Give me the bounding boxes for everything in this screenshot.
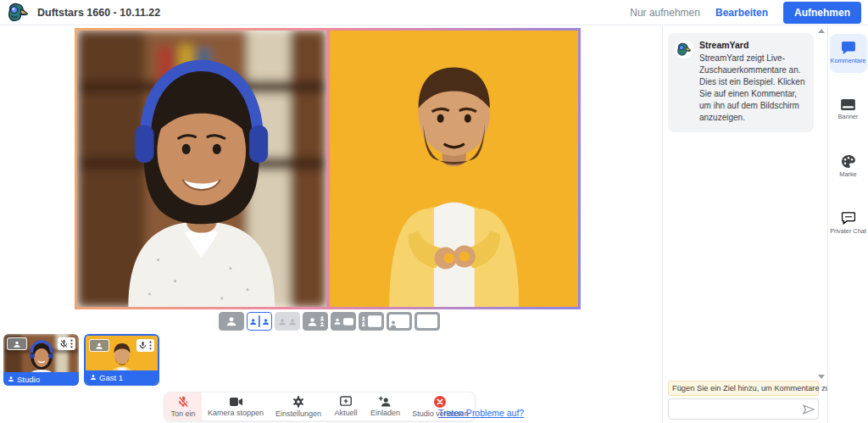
top-bar: Duftstars 1660 - 10.11.22 Nur aufnehmen … <box>0 0 868 25</box>
layout-pip-button[interactable] <box>387 312 412 331</box>
studio-title: Duftstars 1660 - 10.11.22 <box>37 7 160 19</box>
comment-item[interactable]: StreamYard StreamYard zeigt Live-Zuschau… <box>668 33 814 132</box>
mute-toggle-button[interactable]: Ton ein <box>164 392 202 420</box>
record-button[interactable]: Aufnehmen <box>783 2 861 24</box>
layout-picker <box>219 312 440 331</box>
invite-label: Einladen <box>370 409 400 417</box>
record-only-label: Nur aufnehmen <box>630 7 700 19</box>
comment-author: StreamYard <box>699 40 807 50</box>
layout-screen-only-button[interactable] <box>415 312 440 331</box>
layout-sidebar-screen-button[interactable] <box>359 312 384 331</box>
thumbnail-guest[interactable]: Gast 1 <box>84 334 159 386</box>
comments-scrollbar[interactable] <box>818 29 826 379</box>
send-arrow-icon <box>803 404 815 415</box>
person-icon <box>90 374 97 381</box>
edit-link[interactable]: Bearbeiten <box>715 7 768 19</box>
help-link[interactable]: Treten Probleme auf? <box>438 408 524 418</box>
studio-video-feed <box>77 31 326 307</box>
tab-banner[interactable]: Banner <box>830 92 867 129</box>
destination-notice: Fügen Sie ein Ziel hinzu, um Kommentare … <box>668 381 819 396</box>
tab-brand-label: Marke <box>839 171 856 179</box>
tab-banner-label: Banner <box>838 114 859 121</box>
thumb-label: Gast 1 <box>99 373 123 382</box>
layout-split-two-button[interactable] <box>247 312 272 331</box>
present-label: Aktuell <box>335 409 358 417</box>
scroll-up-icon[interactable] <box>818 29 825 33</box>
palette-icon <box>842 155 855 168</box>
private-chat-icon <box>842 212 855 225</box>
tab-comments[interactable]: Kommentare <box>830 34 867 73</box>
guest-video-feed <box>330 31 579 307</box>
guest-thumb-name: Gast 1 <box>86 370 158 384</box>
person-icon <box>13 340 21 348</box>
layout-speaker-sidebar-button[interactable] <box>303 312 328 331</box>
tab-private-chat-label: Privater Chat <box>830 228 866 236</box>
present-screen-icon <box>340 396 352 407</box>
duck-logo-icon <box>7 3 29 23</box>
mute-label: Ton ein <box>170 409 195 418</box>
duck-avatar-icon <box>676 42 692 57</box>
layout-solo-button[interactable] <box>219 312 244 331</box>
settings-button[interactable]: Einstellungen <box>270 392 327 420</box>
studio-thumb-controls <box>58 337 75 350</box>
comment-input-row <box>668 398 819 420</box>
comment-text: StreamYard zeigt Live-Zuschauerkommentar… <box>699 53 807 124</box>
add-to-stage-button[interactable] <box>7 337 27 350</box>
kebab-menu-icon[interactable] <box>70 339 73 348</box>
scroll-down-icon[interactable] <box>818 375 825 379</box>
present-button[interactable]: Aktuell <box>327 392 364 420</box>
stage-video-guest[interactable] <box>330 31 579 307</box>
kebab-menu-icon[interactable] <box>149 341 152 350</box>
tab-comments-label: Kommentare <box>831 58 866 65</box>
comment-bubble-icon <box>842 42 855 54</box>
stage <box>75 28 581 309</box>
stop-camera-button[interactable]: Kamera stoppen <box>202 392 270 420</box>
guest-thumb-controls <box>136 339 154 352</box>
person-icon <box>8 376 14 382</box>
layout-person-screen-button[interactable] <box>331 312 356 331</box>
mic-off-icon[interactable] <box>60 339 68 348</box>
tab-brand[interactable]: Marke <box>830 147 867 186</box>
gear-icon <box>292 396 304 408</box>
studio-person <box>128 65 275 307</box>
send-comment-button[interactable] <box>799 399 818 419</box>
settings-label: Einstellungen <box>275 409 321 418</box>
stop-camera-label: Kamera stoppen <box>208 409 264 417</box>
layout-two-small-button[interactable] <box>275 312 300 331</box>
thumbnail-studio[interactable]: Studio <box>3 334 79 386</box>
person-icon <box>95 342 103 350</box>
comments-panel: StreamYard StreamYard zeigt Live-Zuschau… <box>662 25 827 423</box>
mic-icon[interactable] <box>139 341 147 350</box>
add-to-stage-button[interactable] <box>89 339 109 352</box>
leave-studio-icon <box>434 396 446 408</box>
mic-off-icon <box>178 396 189 408</box>
invite-button[interactable]: Einladen <box>364 392 406 420</box>
studio-thumb-name: Studio <box>3 372 79 386</box>
tab-private-chat[interactable]: Privater Chat <box>830 204 867 243</box>
thumb-label: Studio <box>17 375 40 384</box>
camera-icon <box>230 397 242 407</box>
banner-icon <box>841 99 855 110</box>
control-toolbar: Ton ein Kamera stoppen Einstellungen Akt… <box>164 392 476 421</box>
comment-body: StreamYard StreamYard zeigt Live-Zuschau… <box>699 40 807 124</box>
stage-video-studio[interactable] <box>77 31 326 307</box>
invite-person-icon <box>379 396 392 407</box>
avatar <box>675 40 693 58</box>
sidebar-tab-rail: Kommentare Banner Marke Privater Chat <box>827 25 868 423</box>
comment-input[interactable] <box>669 404 799 415</box>
